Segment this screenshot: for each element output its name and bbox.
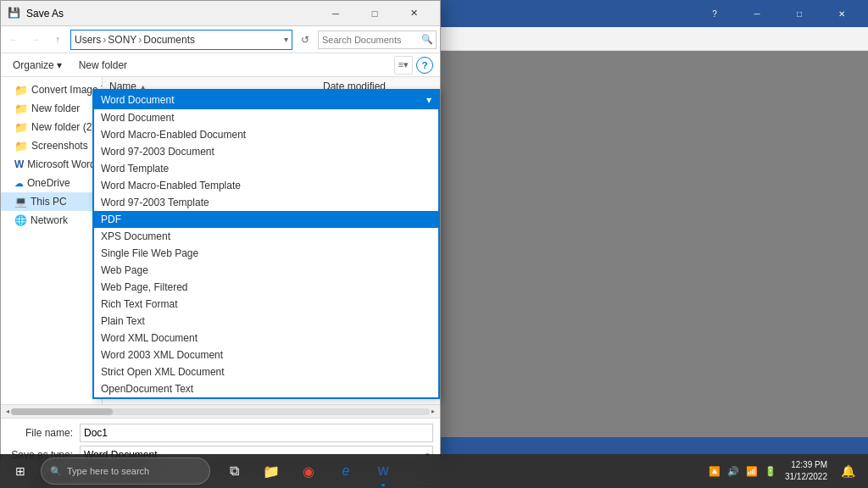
organize-label: Organize [13, 59, 54, 71]
forward-btn[interactable]: → [26, 30, 45, 49]
dropdown-header-arrow: ▾ [426, 94, 431, 106]
filename-row: File name: [8, 424, 433, 442]
dropdown-item-xps[interactable]: XPS Document [94, 228, 438, 245]
scroll-right-btn[interactable]: ▸ [430, 408, 437, 415]
tray-network-icon[interactable]: 📶 [744, 464, 760, 479]
dialog-titlebar-icon: 💾 [8, 7, 21, 20]
nav-item-convert-label: Convert Image T... [31, 84, 102, 96]
address-path[interactable]: Users › SONY › Documents ▾ [70, 30, 292, 50]
dialog-close-btn[interactable]: ✕ [394, 1, 433, 26]
dropdown-header-label: Word Document [101, 94, 174, 106]
notification-btn[interactable]: 🔔 [834, 454, 861, 488]
dropdown-item-word-2003-xml[interactable]: Word 2003 XML Document [94, 347, 438, 363]
nav-item-this-pc[interactable]: 💻 This PC [1, 192, 102, 211]
nav-item-new-folder[interactable]: 📁 New folder [1, 99, 102, 118]
pc-icon: 💻 [14, 196, 27, 208]
taskbar-search[interactable]: 🔍 Type here to search [41, 458, 210, 485]
nav-item-microsoft-word[interactable]: W Microsoft Word [1, 155, 102, 174]
file-explorer-btn[interactable]: 📁 [254, 454, 288, 488]
filename-input[interactable] [80, 424, 433, 442]
dropdown-item-rich-text[interactable]: Rich Text Format [94, 296, 438, 313]
word-doc-area [441, 51, 868, 437]
save-as-dialog: 💾 Save As ─ □ ✕ ← → ↑ Users › SONY › Doc… [0, 0, 441, 458]
taskbar-right: 🔼 🔊 📶 🔋 12:39 PM 31/12/2022 🔔 [707, 454, 868, 488]
word-close-btn[interactable]: ✕ [822, 0, 861, 27]
taskbar-tray: 🔼 🔊 📶 🔋 [707, 464, 778, 479]
clock-time: 12:39 PM [785, 459, 827, 471]
nav-item-onedrive-label: OneDrive [27, 177, 70, 189]
dialog-minimize-btn[interactable]: ─ [316, 1, 355, 26]
task-view-btn[interactable]: ⧉ [217, 454, 251, 488]
back-btn[interactable]: ← [4, 30, 23, 49]
nav-item-new-folder-2[interactable]: 📁 New folder (2) [1, 118, 102, 136]
horizontal-scrollbar[interactable]: ◂ ▸ [1, 404, 440, 418]
save-type-dropdown: Word Document ▾ Word Document Word Macro… [92, 89, 440, 399]
dropdown-item-word-xml[interactable]: Word XML Document [94, 330, 438, 347]
dialog-maximize-btn[interactable]: □ [355, 1, 394, 26]
dropdown-item-plain-text[interactable]: Plain Text [94, 313, 438, 330]
start-button[interactable]: ⊞ [0, 454, 41, 488]
dropdown-item-word-97-2003[interactable]: Word 97-2003 Document [94, 143, 438, 160]
cloud-icon: ☁ [14, 178, 24, 189]
path-users[interactable]: Users [75, 34, 101, 46]
path-documents[interactable]: Documents [143, 34, 195, 46]
dialog-titlebar: 💾 Save As ─ □ ✕ [1, 1, 440, 26]
word-content [441, 27, 868, 454]
word-status-bar [441, 437, 868, 454]
organize-arrow: ▾ [57, 59, 62, 71]
path-sony[interactable]: SONY [108, 34, 136, 46]
nav-item-this-pc-label: This PC [31, 196, 67, 208]
taskbar-search-icon: 🔍 [50, 466, 62, 477]
help-btn[interactable]: ? [416, 57, 433, 74]
dropdown-item-word-97-2003-template[interactable]: Word 97-2003 Template [94, 194, 438, 211]
search-input[interactable] [318, 30, 437, 49]
word-signin[interactable]: Sign in [769, 7, 800, 19]
address-bar: ← → ↑ Users › SONY › Documents ▾ ↺ 🔍 [1, 26, 440, 53]
dropdown-item-single-file-web[interactable]: Single File Web Page [94, 245, 438, 262]
nav-item-network-label: Network [31, 214, 68, 226]
folder-icon: 📁 [14, 103, 28, 115]
taskbar-search-placeholder: Type here to search [67, 466, 149, 476]
dropdown-item-word-doc[interactable]: Word Document [94, 109, 438, 126]
network-icon: 🌐 [14, 214, 27, 226]
tray-arrow-icon[interactable]: 🔼 [707, 464, 722, 479]
dropdown-item-strict-open-xml[interactable]: Strict Open XML Document [94, 363, 438, 380]
view-btn[interactable]: ≡▾ [394, 56, 413, 75]
dropdown-item-web-page[interactable]: Web Page [94, 262, 438, 279]
scroll-thumb[interactable] [11, 408, 113, 415]
chrome-btn[interactable]: ◉ [292, 454, 326, 488]
word-ribbon [441, 27, 868, 51]
new-folder-label: New folder [79, 59, 127, 71]
edge-btn[interactable]: e [329, 454, 363, 488]
dropdown-item-word-macro-template[interactable]: Word Macro-Enabled Template [94, 177, 438, 194]
dropdown-item-web-page-filtered[interactable]: Web Page, Filtered [94, 279, 438, 296]
nav-item-onedrive[interactable]: ☁ OneDrive [1, 174, 102, 192]
word-icon: W [14, 158, 24, 170]
nav-item-network[interactable]: 🌐 Network [1, 211, 102, 230]
tray-battery-icon[interactable]: 🔋 [763, 464, 778, 479]
taskbar-time[interactable]: 12:39 PM 31/12/2022 [785, 459, 827, 483]
search-wrapper: 🔍 [318, 30, 437, 49]
toolbar-right: ≡▾ ? [394, 56, 433, 75]
scroll-track[interactable] [11, 408, 430, 415]
dropdown-item-word-template[interactable]: Word Template [94, 160, 438, 177]
refresh-btn[interactable]: ↺ [296, 30, 314, 49]
search-icon: 🔍 [421, 34, 433, 45]
word-help-btn[interactable]: ? [695, 0, 734, 27]
dropdown-item-pdf[interactable]: PDF [94, 211, 438, 228]
up-btn[interactable]: ↑ [48, 30, 67, 49]
file-toolbar: Organize ▾ New folder ≡▾ ? [1, 53, 440, 77]
word-taskbar-btn[interactable]: W [366, 454, 400, 488]
nav-item-convert[interactable]: 📁 Convert Image T... [1, 80, 102, 99]
tray-audio-icon[interactable]: 🔊 [726, 464, 741, 479]
dropdown-item-word-macro[interactable]: Word Macro-Enabled Document [94, 126, 438, 143]
nav-item-word-label: Microsoft Word [27, 158, 95, 170]
dropdown-header[interactable]: Word Document ▾ [94, 91, 438, 109]
organize-btn[interactable]: Organize ▾ [8, 56, 67, 75]
dropdown-item-opendoc-text[interactable]: OpenDocument Text [94, 380, 438, 397]
path-dropdown-arrow[interactable]: ▾ [284, 35, 288, 44]
nav-item-screenshots[interactable]: 📁 Screenshots [1, 136, 102, 155]
scroll-left-btn[interactable]: ◂ [4, 408, 11, 415]
folder-icon: 📁 [14, 140, 28, 152]
new-folder-btn[interactable]: New folder [74, 56, 132, 75]
